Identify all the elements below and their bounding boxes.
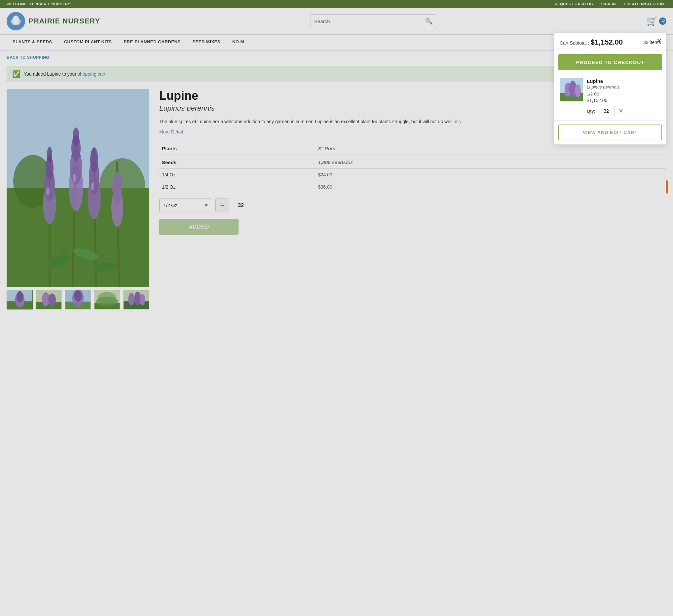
cart-item-size: 1/2 Oz	[587, 91, 661, 96]
cart-qty-label: Qty:	[587, 109, 595, 113]
cart-close-button[interactable]: ✕	[656, 37, 662, 45]
cart-item-details: Lupine Lupinus perennis 1/2 Oz $1,152.00…	[587, 78, 661, 116]
cart-dropdown: ✕ Cart Subtotal : $1,152.00 32 items PRO…	[554, 33, 666, 145]
cart-qty-row: Qty: ✕	[587, 106, 661, 116]
cart-item-price: $1,152.00	[587, 98, 661, 103]
cart-subtotal-amount: $1,152.00	[591, 38, 623, 46]
svg-point-57	[575, 84, 581, 97]
cart-item-image	[560, 78, 583, 101]
cart-subtotal-label: Cart Subtotal : $1,152.00	[560, 40, 623, 46]
checkout-button[interactable]: PROCEED TO CHECKOUT	[558, 54, 662, 70]
cart-dropdown-header: Cart Subtotal : $1,152.00 32 items	[554, 33, 666, 50]
cart-item: Lupine Lupinus perennis 1/2 Oz $1,152.00…	[554, 74, 666, 120]
cart-qty-input[interactable]	[598, 106, 615, 116]
cart-subtotal-area: Cart Subtotal : $1,152.00	[560, 38, 623, 47]
cart-item-remove-button[interactable]: ✕	[619, 107, 624, 114]
view-cart-button[interactable]: VIEW AND EDIT CART	[558, 124, 662, 140]
cart-item-name: Lupine	[587, 78, 661, 84]
cart-item-latin: Lupinus perennis	[587, 84, 661, 89]
